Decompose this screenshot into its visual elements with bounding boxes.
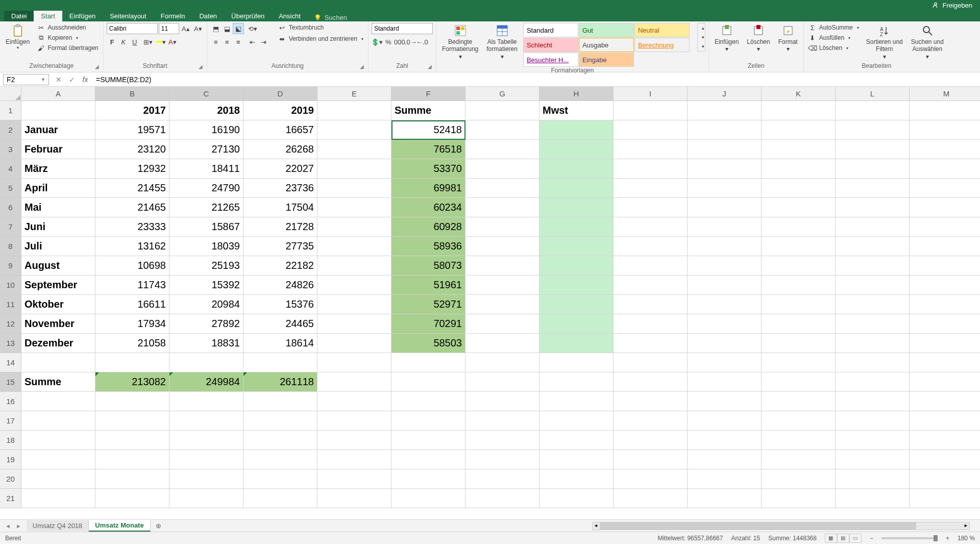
cell-M5[interactable]: [910, 179, 980, 198]
cell-D14[interactable]: [243, 353, 317, 372]
cell-C8[interactable]: 18039: [169, 237, 243, 256]
cell-style-ausgabe[interactable]: Ausgabe: [579, 38, 634, 52]
autosum-button[interactable]: ΣAutoSumme▾: [807, 23, 861, 32]
cell-I3[interactable]: [614, 140, 688, 159]
cell-I6[interactable]: [614, 198, 688, 217]
row-header-13[interactable]: 13: [0, 334, 21, 353]
cell-G12[interactable]: [465, 314, 540, 334]
cancel-formula-button[interactable]: ✕: [52, 74, 65, 85]
cell-H11[interactable]: [540, 295, 614, 314]
cell-C13[interactable]: 18831: [169, 334, 243, 353]
sheet-tab-1[interactable]: Umsatz Q4 2018: [27, 520, 89, 531]
format-cells-button[interactable]: Format▾: [776, 23, 800, 54]
col-header-L[interactable]: L: [836, 87, 910, 101]
format-painter-button[interactable]: 🖌Format übertragen: [35, 43, 100, 53]
sheet-nav-prev-icon[interactable]: ◄: [5, 523, 11, 529]
cell-D13[interactable]: 18614: [243, 334, 317, 353]
cell-F3[interactable]: 76518: [391, 140, 465, 159]
cell-J5[interactable]: [688, 179, 762, 198]
cell-F19[interactable]: [391, 450, 465, 469]
cell-K12[interactable]: [762, 314, 836, 334]
col-header-C[interactable]: C: [169, 87, 243, 101]
col-header-I[interactable]: I: [614, 87, 688, 101]
decrease-decimal-button[interactable]: ←.0: [416, 36, 428, 47]
cell-E2[interactable]: [317, 120, 391, 140]
row-header-17[interactable]: 17: [0, 411, 21, 431]
cell-H8[interactable]: [540, 237, 614, 256]
styles-scroll-up[interactable]: ▴: [698, 23, 709, 33]
cell-D6[interactable]: 17504: [243, 198, 317, 217]
cell-K8[interactable]: [762, 237, 836, 256]
cell-M21[interactable]: [910, 489, 980, 508]
cell-C11[interactable]: 20984: [169, 295, 243, 314]
cell-B8[interactable]: 13162: [95, 237, 169, 256]
cell-C9[interactable]: 25193: [169, 256, 243, 276]
row-header-3[interactable]: 3: [0, 140, 21, 159]
cell-L13[interactable]: [836, 334, 910, 353]
cell-K11[interactable]: [762, 295, 836, 314]
cell-E13[interactable]: [317, 334, 391, 353]
cell-B16[interactable]: [95, 392, 169, 411]
format-as-table-button[interactable]: Als Tabelle formatieren▾: [484, 23, 520, 61]
cell-J3[interactable]: [688, 140, 762, 159]
cell-D12[interactable]: 24465: [243, 314, 317, 334]
cell-D3[interactable]: 26268: [243, 140, 317, 159]
cell-F12[interactable]: 70291: [391, 314, 465, 334]
cell-E3[interactable]: [317, 140, 391, 159]
cell-E19[interactable]: [317, 450, 391, 469]
cell-H2[interactable]: [540, 120, 614, 140]
row-header-9[interactable]: 9: [0, 256, 21, 276]
cell-A6[interactable]: Mai: [21, 198, 95, 217]
col-header-E[interactable]: E: [317, 87, 391, 101]
row-header-8[interactable]: 8: [0, 237, 21, 256]
cell-H15[interactable]: [540, 372, 614, 392]
cell-H3[interactable]: [540, 140, 614, 159]
cell-L12[interactable]: [836, 314, 910, 334]
col-header-F[interactable]: F: [391, 87, 465, 101]
insert-cells-button[interactable]: Einfügen▾: [712, 23, 741, 54]
cells-area[interactable]: 201720182019SummeMwstJanuar1957116190166…: [21, 101, 980, 508]
view-buttons[interactable]: ▦ ▤ ▭: [825, 534, 862, 543]
horizontal-scrollbar[interactable]: ◄►: [592, 522, 970, 530]
cell-A14[interactable]: [21, 353, 95, 372]
cell-C21[interactable]: [169, 489, 243, 508]
cell-L8[interactable]: [836, 237, 910, 256]
cell-F6[interactable]: 60234: [391, 198, 465, 217]
insert-function-button[interactable]: fx: [79, 74, 92, 85]
cell-K10[interactable]: [762, 276, 836, 295]
font-dialog-launcher[interactable]: ◢: [199, 64, 206, 71]
fill-button[interactable]: ⬇Ausfüllen▾: [807, 33, 861, 42]
cell-K14[interactable]: [762, 353, 836, 372]
cell-I15[interactable]: [614, 372, 688, 392]
cell-style-besuchterh[interactable]: Besuchter H...: [523, 53, 578, 67]
row-header-18[interactable]: 18: [0, 431, 21, 450]
decrease-indent-button[interactable]: ⇤: [247, 36, 258, 47]
namebox-dropdown-icon[interactable]: ▼: [41, 77, 45, 82]
cell-I7[interactable]: [614, 217, 688, 237]
cell-style-standard[interactable]: Standard: [523, 23, 578, 37]
cell-D11[interactable]: 15376: [243, 295, 317, 314]
sheet-tab-2[interactable]: Umsatz Monate: [89, 520, 150, 532]
cell-G19[interactable]: [465, 450, 540, 469]
cell-K15[interactable]: [762, 372, 836, 392]
cell-H19[interactable]: [540, 450, 614, 469]
cell-H10[interactable]: [540, 276, 614, 295]
row-headers[interactable]: 123456789101112131415161718192021: [0, 101, 21, 508]
cell-A3[interactable]: Februar: [21, 140, 95, 159]
page-break-view-button[interactable]: ▭: [849, 534, 862, 543]
wrap-text-button[interactable]: ↩Textumbruch: [277, 23, 365, 32]
cell-K1[interactable]: [762, 101, 836, 120]
cell-G5[interactable]: [465, 179, 540, 198]
cell-C6[interactable]: 21265: [169, 198, 243, 217]
cell-E1[interactable]: [317, 101, 391, 120]
cell-G11[interactable]: [465, 295, 540, 314]
cell-I10[interactable]: [614, 276, 688, 295]
cell-D7[interactable]: 21728: [243, 217, 317, 237]
italic-button[interactable]: K: [118, 36, 129, 47]
clipboard-dialog-launcher[interactable]: ◢: [95, 64, 102, 71]
cell-J17[interactable]: [688, 411, 762, 431]
cell-K20[interactable]: [762, 469, 836, 489]
cell-E6[interactable]: [317, 198, 391, 217]
page-layout-view-button[interactable]: ▤: [837, 534, 849, 543]
increase-decimal-button[interactable]: .0→: [405, 36, 416, 47]
